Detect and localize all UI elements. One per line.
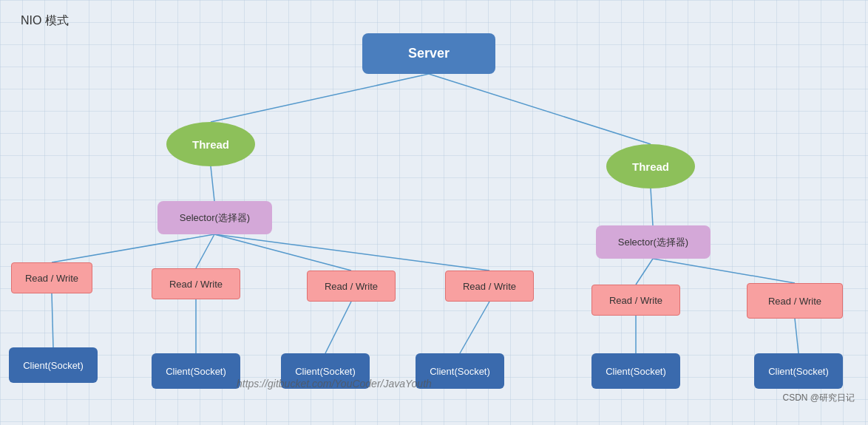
svg-line-8 bbox=[636, 259, 653, 285]
svg-line-5 bbox=[196, 234, 214, 268]
thread-left-node: Thread bbox=[166, 122, 255, 166]
client-6: Client(Socket) bbox=[754, 353, 843, 389]
nio-label: NIO 模式 bbox=[21, 13, 69, 29]
client-1: Client(Socket) bbox=[9, 347, 98, 383]
readwrite-6: Read / Write bbox=[747, 283, 843, 319]
svg-line-0 bbox=[211, 74, 429, 122]
svg-line-2 bbox=[211, 166, 214, 201]
selector-right-node: Selector(选择器) bbox=[596, 225, 711, 259]
readwrite-1: Read / Write bbox=[11, 262, 92, 293]
selector-left-node: Selector(选择器) bbox=[157, 201, 272, 234]
svg-line-4 bbox=[52, 234, 214, 262]
thread-left-label: Thread bbox=[192, 138, 229, 151]
thread-right-label: Thread bbox=[632, 160, 669, 173]
svg-line-7 bbox=[214, 234, 489, 271]
server-node: Server bbox=[362, 33, 495, 74]
svg-line-12 bbox=[325, 302, 351, 353]
readwrite-3: Read / Write bbox=[307, 271, 396, 302]
server-label: Server bbox=[408, 46, 450, 61]
readwrite-2: Read / Write bbox=[152, 268, 240, 299]
readwrite-4: Read / Write bbox=[445, 271, 534, 302]
svg-line-6 bbox=[214, 234, 351, 271]
diagram-container: NIO 模式 Server T bbox=[0, 0, 868, 425]
readwrite-5: Read / Write bbox=[591, 285, 680, 316]
client-5: Client(Socket) bbox=[591, 353, 680, 389]
svg-line-13 bbox=[460, 302, 489, 353]
svg-line-1 bbox=[429, 74, 651, 144]
svg-line-9 bbox=[653, 259, 795, 283]
watermark-csdn: CSDN @研究日记 bbox=[782, 392, 855, 404]
svg-line-15 bbox=[795, 319, 799, 353]
thread-right-node: Thread bbox=[606, 144, 695, 188]
selector-left-label: Selector(选择器) bbox=[180, 211, 250, 225]
client-2: Client(Socket) bbox=[152, 353, 240, 389]
svg-line-3 bbox=[651, 188, 653, 225]
svg-line-10 bbox=[52, 293, 53, 347]
watermark-url: https://gitbucket.com/YouCoder/JavaYouth bbox=[237, 378, 432, 390]
selector-right-label: Selector(选择器) bbox=[618, 236, 688, 249]
